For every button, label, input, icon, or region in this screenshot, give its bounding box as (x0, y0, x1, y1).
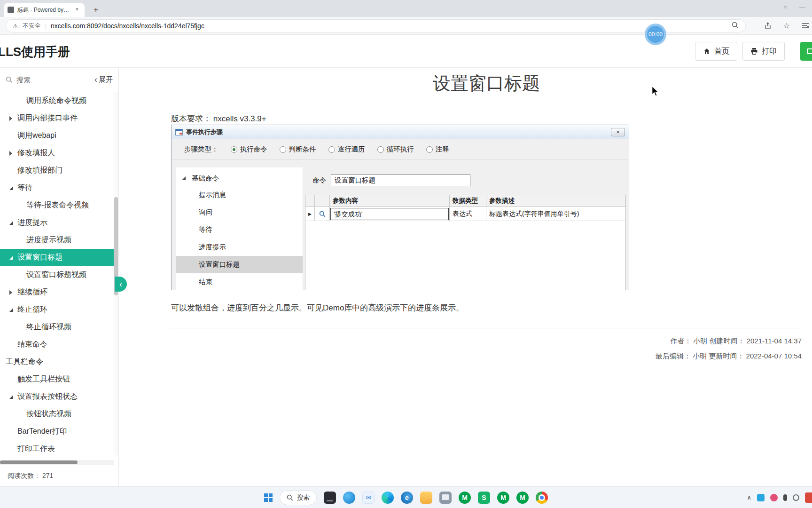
lookup-icon[interactable] (315, 207, 330, 221)
chrome-app-icon[interactable] (536, 492, 548, 504)
new-tab-button[interactable]: + (90, 4, 102, 16)
address-bar[interactable]: ⚠ 不安全 | nxcells.com:8092/docs/nxcells/nx… (6, 19, 746, 32)
hidden-icons-chevron[interactable]: ∧ (747, 494, 751, 501)
sidebar-item[interactable]: 进度提示 (0, 214, 114, 231)
expand-icon[interactable] (9, 308, 17, 312)
home-button[interactable]: 首页 (695, 42, 737, 61)
browser-app-icon[interactable] (343, 492, 355, 504)
sidebar-item[interactable]: 调用系统命令视频 (0, 92, 114, 110)
tray-app-icon[interactable] (805, 492, 812, 503)
radio-comment[interactable]: 注释 (426, 145, 449, 154)
grid-row[interactable]: ▶ '提交成功' 表达式 标题表达式(字符串值用单引号) (305, 207, 625, 221)
sidebar-collapse-toggle[interactable]: ‹ (115, 277, 127, 292)
start-button[interactable] (264, 493, 273, 502)
command-input[interactable] (331, 174, 470, 186)
media-controls-icon[interactable] (800, 20, 811, 31)
dialog-close-button[interactable]: × (611, 128, 625, 136)
sidebar-item[interactable]: 终止循环视频 (0, 318, 114, 336)
mindoc-app-icon[interactable]: M (459, 492, 471, 504)
read-count: 阅读次数： 271 (0, 465, 118, 486)
radio-loop[interactable]: 循环执行 (377, 145, 414, 154)
recording-timer-badge[interactable]: 00:00 (645, 24, 666, 45)
edge-beta-app-icon[interactable]: e (401, 492, 413, 504)
radio-icon (377, 146, 384, 153)
command-row: 命令 (312, 174, 470, 186)
grid-header[interactable]: 数据类型 (450, 195, 486, 206)
sidebar-item[interactable]: 终止循环 (0, 301, 114, 318)
sidebar-item[interactable]: 工具栏命令 (0, 353, 114, 371)
grid-header[interactable]: 参数描述 (486, 195, 625, 206)
tray-app-icon[interactable] (770, 494, 778, 501)
expand-icon[interactable] (9, 256, 17, 260)
radio-condition[interactable]: 判断条件 (280, 145, 316, 154)
sidebar-item-selected[interactable]: 设置窗口标题 (0, 249, 114, 266)
sidebar-item[interactable]: 按钮状态视频 (0, 405, 114, 423)
sidebar-item[interactable]: 修改填报部门 (0, 162, 114, 179)
radio-execute-command[interactable]: 执行命令 (231, 145, 267, 154)
seafile-app-icon[interactable]: S (478, 492, 490, 504)
sidebar-vertical-scrollbar[interactable] (114, 92, 118, 455)
sidebar-item[interactable]: 调用内部接口事件 (0, 110, 114, 127)
tab-close-icon[interactable]: × (73, 6, 81, 14)
sidebar-item[interactable]: 继续循环 (0, 284, 114, 301)
sidebar-item[interactable]: 打印工作表 (0, 440, 114, 458)
network-icon[interactable] (793, 494, 799, 501)
sidebar-item[interactable]: 设置窗口标题视频 (0, 266, 114, 284)
param-desc-cell[interactable]: 标题表达式(字符串值用单引号) (486, 207, 625, 221)
bookmark-star-icon[interactable]: ☆ (781, 20, 792, 31)
sidebar-item[interactable]: 等待 (0, 179, 114, 197)
browser-tab-strip: 标题 - Powered by Mi × + ˅ — (0, 0, 812, 17)
sidebar-item[interactable]: 结束命令 (0, 336, 114, 353)
security-warning-icon[interactable]: ⚠ (13, 23, 18, 30)
zoom-icon[interactable] (732, 22, 739, 30)
window-minimize-icon[interactable]: — (799, 4, 805, 11)
sidebar-item[interactable]: 进度提示视频 (0, 231, 114, 249)
expand-all-control[interactable]: ‹ 展开 (94, 75, 113, 85)
browser-tab[interactable]: 标题 - Powered by Mi × (4, 3, 85, 17)
collapse-icon[interactable] (9, 151, 17, 156)
tree-item[interactable]: 结束 (176, 273, 303, 290)
taskbar-search[interactable]: 搜索 (280, 490, 317, 505)
site-header: LLS使用手册 首页 打印 (0, 35, 812, 68)
collapse-icon[interactable] (9, 290, 17, 295)
mouse-cursor (651, 86, 659, 99)
grid-header[interactable]: 参数内容 (330, 195, 450, 206)
param-type-cell[interactable]: 表达式 (450, 207, 486, 221)
tree-item-selected[interactable]: 设置窗口标题 (176, 256, 303, 273)
collapse-icon[interactable] (9, 116, 17, 121)
sidebar-horizontal-scrollbar[interactable] (0, 460, 114, 465)
mail-app-icon[interactable]: ✉ (362, 492, 375, 504)
mindoc-app-icon[interactable]: M (497, 492, 509, 504)
tree-item[interactable]: 询问 (176, 204, 303, 221)
tray-app-icon[interactable] (757, 494, 765, 501)
divider: | (45, 23, 47, 30)
sidebar-item[interactable]: 设置报表按钮状态 (0, 388, 114, 405)
share-icon[interactable] (762, 20, 773, 31)
edge-app-icon[interactable] (382, 492, 394, 504)
expand-icon[interactable] (9, 395, 17, 399)
microphone-icon[interactable] (783, 494, 787, 501)
expand-icon[interactable] (9, 186, 17, 190)
param-content-cell[interactable]: '提交成功' (330, 208, 449, 220)
sidebar-item[interactable]: BarTender打印 (0, 423, 114, 440)
tree-root[interactable]: 基础命令 (176, 170, 303, 186)
search-input[interactable] (16, 76, 91, 84)
files-app-icon[interactable] (324, 492, 336, 504)
print-button[interactable]: 打印 (742, 42, 785, 61)
file-explorer-icon[interactable] (420, 492, 432, 504)
tree-item[interactable]: 进度提示 (176, 238, 303, 256)
sidebar-item[interactable]: 等待-报表命令视频 (0, 197, 114, 214)
expand-icon[interactable] (182, 176, 187, 180)
remote-desktop-icon[interactable] (439, 492, 452, 504)
tabstrip-dropdown-icon[interactable]: ˅ (783, 4, 787, 11)
share-green-button[interactable] (800, 42, 812, 61)
sidebar-item[interactable]: 调用webapi (0, 127, 114, 144)
tree-item[interactable]: 等待 (176, 221, 303, 238)
scrollbar-thumb[interactable] (0, 460, 78, 464)
tree-item[interactable]: 提示消息 (176, 186, 303, 204)
mindoc-app-icon[interactable]: M (516, 492, 529, 504)
expand-icon[interactable] (9, 221, 17, 225)
sidebar-item[interactable]: 触发工具栏按钮 (0, 371, 114, 388)
radio-row-iterate[interactable]: 逐行遍历 (328, 145, 365, 154)
sidebar-item[interactable]: 修改填报人 (0, 144, 114, 162)
